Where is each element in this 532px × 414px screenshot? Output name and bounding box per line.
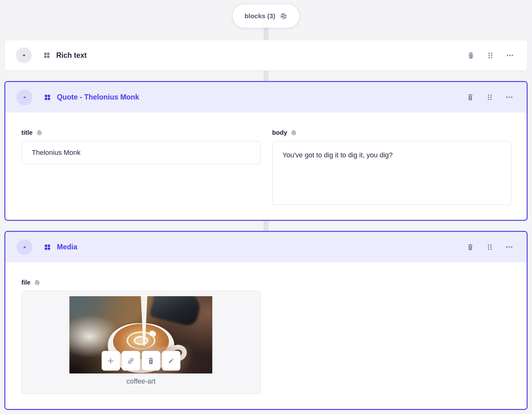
collapse-toggle-button[interactable] [17, 90, 32, 105]
drag-handle-icon [486, 52, 494, 59]
asset-action-bar [101, 351, 180, 371]
link-icon [127, 357, 135, 365]
ellipsis-menu-icon [505, 93, 513, 101]
field-title: title [21, 129, 261, 205]
block-title: Quote - Thelonius Monk [57, 94, 139, 101]
block-title: Rich text [56, 52, 87, 59]
delete-block-button[interactable] [466, 243, 474, 251]
drag-handle[interactable] [486, 93, 494, 101]
expand-toggle-button[interactable] [16, 47, 32, 63]
trash-icon [466, 93, 474, 101]
drag-handle-icon [486, 243, 494, 251]
blocks-array-editor: blocks (3) Rich text Quote - Thel [0, 0, 532, 414]
block-header: Quote - Thelonius Monk [5, 82, 527, 112]
block-menu-button[interactable] [505, 93, 513, 101]
asset-filename: coffee-art [126, 377, 155, 385]
block-actions [466, 243, 513, 251]
plus-icon [107, 357, 115, 365]
delete-block-button[interactable] [467, 52, 475, 59]
globe-icon [290, 129, 297, 136]
block-menu-button[interactable] [505, 243, 513, 251]
chevron-down-icon [21, 52, 27, 59]
block-quote: Quote - Thelonius Monk title [4, 81, 528, 221]
collapse-toggle-button[interactable] [17, 239, 32, 255]
edit-asset-button[interactable] [162, 351, 180, 371]
globe-icon [280, 12, 288, 20]
pill-row: blocks (3) [0, 0, 532, 28]
field-grid: title body You've got to dig it to dig i… [21, 129, 511, 205]
blocks-field-label: blocks (3) [244, 12, 275, 20]
field-label-row: file [21, 279, 261, 286]
field-label: title [21, 129, 33, 136]
blocks-grid-icon [44, 94, 51, 101]
asset-thumbnail[interactable] [69, 296, 212, 373]
block-rich-text: Rich text [4, 40, 528, 71]
drag-handle[interactable] [486, 243, 494, 251]
block-header: Media [5, 232, 527, 262]
file-upload-box: coffee-art [21, 291, 261, 394]
field-file: file [21, 279, 261, 394]
block-title: Media [57, 243, 77, 251]
pencil-icon [167, 357, 175, 365]
trash-icon [466, 243, 474, 251]
drag-handle-icon [486, 93, 494, 101]
photo-layer [134, 336, 148, 345]
field-body: body You've got to dig it to dig it, you… [272, 129, 512, 205]
delete-block-button[interactable] [466, 93, 474, 101]
blocks-grid-icon [43, 52, 51, 59]
empty-field-slot [272, 279, 512, 394]
globe-icon [34, 279, 41, 286]
field-label-row: body [272, 129, 512, 136]
ellipsis-menu-icon [506, 52, 514, 59]
body-textarea[interactable]: You've got to dig it to dig it, you dig? [272, 141, 512, 205]
block-menu-button[interactable] [506, 52, 514, 59]
trash-icon [467, 52, 475, 59]
ellipsis-menu-icon [505, 243, 513, 251]
remove-asset-button[interactable] [142, 351, 160, 371]
photo-layer [149, 296, 203, 327]
chevron-up-icon [21, 94, 28, 101]
add-asset-button[interactable] [101, 351, 120, 371]
field-label-row: title [21, 129, 261, 136]
globe-icon [36, 129, 43, 136]
blocks-field-pill: blocks (3) [233, 4, 299, 28]
drag-handle[interactable] [486, 52, 494, 59]
block-header: Rich text [5, 40, 527, 70]
field-grid: file [21, 279, 511, 394]
chevron-up-icon [21, 244, 28, 250]
link-asset-button[interactable] [122, 351, 140, 371]
trash-icon [147, 357, 155, 365]
field-label: body [272, 129, 287, 136]
block-content: file [5, 262, 527, 394]
field-label: file [21, 279, 30, 286]
block-media: Media file [4, 231, 528, 410]
block-actions [466, 93, 513, 101]
title-input[interactable] [21, 141, 261, 164]
blocks-grid-icon [44, 243, 51, 251]
block-actions [467, 52, 514, 59]
block-content: title body You've got to dig it to dig i… [5, 112, 527, 205]
